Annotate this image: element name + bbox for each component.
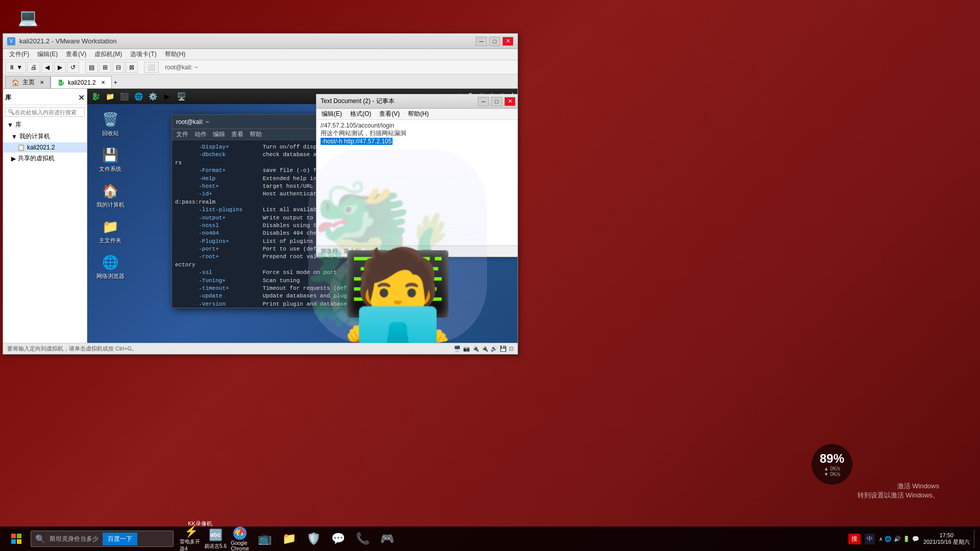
taskbar-app8[interactable]: 📞: [351, 528, 374, 550]
tab-home-close[interactable]: ✕: [40, 80, 44, 85]
kali-settings-icon[interactable]: ⚙️: [146, 90, 159, 103]
menu-file[interactable]: 文件(F): [5, 49, 33, 60]
tab-home-label: 主页: [22, 78, 35, 87]
kali-apps-icon[interactable]: 🐉: [89, 90, 102, 103]
vmware-minimize-button[interactable]: ─: [476, 37, 487, 46]
show-desktop-button[interactable]: [974, 530, 976, 548]
taskbar-easylang[interactable]: 🔤 易语言5.6: [204, 528, 227, 550]
notepad-menu-edit[interactable]: 编辑(E): [318, 109, 345, 119]
kali-browser-icon[interactable]: 🌐: [132, 90, 144, 103]
term-menu-view[interactable]: 查看: [231, 130, 243, 139]
taskbar-app5[interactable]: 📁: [278, 528, 300, 550]
toolbar-refresh-button[interactable]: ↺: [67, 62, 79, 73]
tray-battery-icon[interactable]: 🔋: [903, 536, 910, 542]
sogou-ime-icon[interactable]: 搜: [848, 534, 861, 544]
notepad-close-button[interactable]: ✕: [504, 97, 516, 106]
kali-screen-icon[interactable]: 🖥️: [175, 90, 187, 103]
add-tab-button[interactable]: +: [112, 77, 119, 88]
kali-icon-browser[interactable]: 🌐 网络浏览器: [92, 252, 128, 280]
kali-icon-mypc[interactable]: 🏠 我的计算机: [92, 181, 128, 209]
kali-icon-recycle[interactable]: 🗑️ 回收站: [92, 109, 128, 137]
taskbar-search-box[interactable]: 🔍 斯坦克身价当多少 百度一下: [31, 531, 174, 547]
sidebar-item-shared[interactable]: ▶ 共享的虚拟机: [3, 153, 87, 164]
taskbar-app6[interactable]: 🛡️: [302, 528, 325, 550]
toolbar-view3-button[interactable]: ⊟: [112, 62, 125, 73]
tab-home[interactable]: 🏠 主页 ✕: [5, 76, 51, 88]
sidebar-item-mycomputer[interactable]: ▼ 我的计算机: [3, 131, 87, 142]
notepad-maximize-button[interactable]: □: [491, 97, 502, 106]
browser-label: 网络浏览器: [96, 272, 125, 280]
search-icon: 🔍: [8, 109, 15, 115]
input-method-indicator[interactable]: 中: [865, 534, 875, 544]
sidebar-close-button[interactable]: ✕: [78, 93, 85, 103]
kali-extra-icon[interactable]: ▶: [161, 90, 173, 103]
toolbar-screen-button[interactable]: ⬜: [144, 62, 159, 73]
notepad-minimize-button[interactable]: ─: [478, 97, 489, 106]
tray-notification-icon[interactable]: 💬: [912, 536, 919, 542]
statusbar-expand-icon[interactable]: ⊡: [509, 345, 513, 352]
menu-tabs[interactable]: 选项卡(T): [126, 49, 160, 60]
vmware-statusbar-right: 🖥️ 📷 🔌 🔌 🔊 💾 ⊡: [454, 345, 513, 352]
menu-view[interactable]: 查看(V): [62, 49, 90, 60]
tab-kali[interactable]: 🐉 kali2021.2 ✕: [51, 76, 112, 88]
sidebar-search[interactable]: 🔍: [5, 107, 85, 117]
notepad-menu-help[interactable]: 帮助(H): [405, 109, 432, 119]
clock-date: 2021/10/16 星期六: [923, 538, 970, 546]
tab-kali-close[interactable]: ✕: [101, 80, 105, 85]
svg-rect-0: [11, 534, 16, 538]
easylang-label: 易语言5.6: [204, 543, 227, 550]
kali-icon-filesystem[interactable]: 💾 文件系统: [92, 145, 128, 173]
notepad-menu-format[interactable]: 格式(O): [347, 109, 374, 119]
toolbar-view1-button[interactable]: ▤: [85, 62, 98, 73]
taskbar-wechat[interactable]: 💬: [327, 528, 349, 550]
taskbar-chrome[interactable]: GoogleChrome: [229, 528, 251, 550]
toolbar-next-button[interactable]: ▶: [54, 62, 66, 73]
menu-help[interactable]: 帮助(H): [161, 49, 190, 60]
sidebar-search-input[interactable]: [15, 109, 82, 115]
term-menu-action[interactable]: 动作: [194, 130, 207, 139]
vmware-maximize-button[interactable]: □: [489, 37, 500, 46]
kali-icon-home[interactable]: 📁 主文件夹: [92, 216, 128, 244]
search-placeholder: 斯坦克身价当多少: [50, 535, 99, 543]
term-menu-file[interactable]: 文件: [176, 130, 188, 139]
vm-screen[interactable]: 🐉 📁 ⬛ 🌐 ⚙️ ▶ 🖥️ 05:50 下午 🔋 🔊 🔔 🔒: [87, 89, 518, 343]
kali-files-icon[interactable]: 📁: [104, 90, 116, 103]
start-button[interactable]: [4, 527, 29, 551]
taskbar-app4[interactable]: 📺: [253, 528, 276, 550]
kali-terminal-icon[interactable]: ⬛: [118, 90, 130, 103]
tray-expand-icon[interactable]: ∧: [879, 536, 883, 542]
term-menu-help[interactable]: 帮助: [250, 130, 262, 139]
kk-recorder-label: KK录像机: [180, 520, 220, 528]
toolbar-view4-button[interactable]: ⊠: [126, 62, 138, 73]
taskbar-app9[interactable]: 🎮: [376, 528, 398, 550]
filesystem-label: 文件系统: [99, 165, 121, 173]
search-icon: 🔍: [35, 534, 45, 544]
kk-recorder-container: KK录像机 ⚡ 雷电多开器4: [180, 528, 202, 550]
menu-edit[interactable]: 编辑(E): [33, 49, 62, 60]
toolbar-prev-button[interactable]: ◀: [41, 62, 53, 73]
vmware-window: V kali2021.2 - VMware Workstation ─ □ ✕ …: [3, 33, 518, 355]
tray-volume-icon[interactable]: 🔊: [894, 536, 901, 542]
toolbar-pause-button[interactable]: ⏸ ▼: [5, 62, 26, 73]
vmware-close-button[interactable]: ✕: [502, 37, 513, 46]
recycle-label: 回收站: [102, 130, 119, 137]
vmware-toolbar: ⏸ ▼ 🖨 ◀ ▶ ↺ ▤ ⊞ ⊟ ⊠ ⬜ root@kali: ~: [3, 60, 518, 74]
toolbar-view2-button[interactable]: ⊞: [99, 62, 111, 73]
baidu-search-button[interactable]: 百度一下: [103, 533, 137, 545]
notepad-title-text: Text Document (2) - 记事本: [321, 97, 395, 106]
sidebar-item-library[interactable]: ▼ 库: [3, 119, 87, 131]
term-menu-edit[interactable]: 编辑: [213, 130, 225, 139]
tray-network-icon[interactable]: 🌐: [885, 536, 892, 542]
toolbar-print-button[interactable]: 🖨: [27, 62, 40, 73]
sidebar-library-label: 库: [15, 120, 21, 129]
vmware-window-controls: ─ □ ✕: [476, 37, 513, 46]
vmware-tabs: 🏠 主页 ✕ 🐉 kali2021.2 ✕ +: [3, 74, 518, 89]
anime-character: 🧑‍💻: [308, 149, 487, 343]
system-clock[interactable]: 17:50 2021/10/16 星期六: [923, 532, 970, 546]
taskbar-leidianduo[interactable]: ⚡ 雷电多开器4: [180, 528, 202, 550]
mypc-icon: 🏠: [100, 181, 120, 201]
sidebar-item-kali[interactable]: 📋 kali2021.2: [3, 142, 87, 153]
notepad-menu-view[interactable]: 查看(V): [376, 109, 403, 119]
net-speeds: ▲ 0K/s ▼ 0K/s: [824, 466, 841, 477]
menu-vm[interactable]: 虚拟机(M): [90, 49, 126, 60]
